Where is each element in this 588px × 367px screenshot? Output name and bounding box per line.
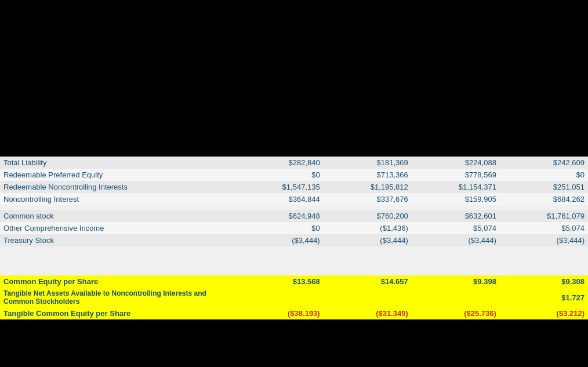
table-row: Redeemable Noncontrolling Interests $1,5… <box>0 181 588 193</box>
row-col4: $684,262 <box>500 193 588 205</box>
section-gap-row-large <box>0 246 588 275</box>
row-col1: $282,840 <box>235 157 324 169</box>
row-col4: $5,074 <box>500 222 588 234</box>
row-col3: $224,088 <box>412 157 500 169</box>
row-col3: ($3,444) <box>412 234 500 246</box>
row-col2: $713,366 <box>324 169 412 181</box>
row-col3: $159,905 <box>412 193 500 205</box>
table-row-tangible-common-equity: Tangible Common Equity per Share ($38.19… <box>0 307 588 319</box>
row-col2: $337,676 <box>324 193 412 205</box>
row-col2: ($1,436) <box>324 222 412 234</box>
row-col1: $364,844 <box>235 193 324 205</box>
row-col2: $760,200 <box>324 210 412 222</box>
row-col1: $0 <box>235 222 324 234</box>
row-col4: $242,609 <box>500 157 588 169</box>
table-row: Treasury Stock ($3,444) ($3,444) ($3,444… <box>0 234 588 246</box>
row-col3: $778,569 <box>412 169 500 181</box>
row-col1: $624,948 <box>235 210 324 222</box>
table-row-highlighted: Tangible Net Assets Available to Noncont… <box>0 288 588 307</box>
row-col1: $0 <box>235 169 324 181</box>
row-col1: $1,547,135 <box>235 181 324 193</box>
row-col3: $1,154,371 <box>412 181 500 193</box>
row-label: Tangible Net Assets Available to Noncont… <box>0 288 235 307</box>
row-label: Redeemable Preferred Equity <box>0 169 235 181</box>
section-gap-row <box>0 205 588 210</box>
row-col3 <box>412 288 500 307</box>
table-row-highlighted: Common Equity per Share $13.568 $14.657 … <box>0 275 588 288</box>
row-col2: $181,369 <box>324 157 412 169</box>
table-row: Other Comprehensive Income $0 ($1,436) $… <box>0 222 588 234</box>
table-row: Common stock $624,948 $760,200 $632,601 … <box>0 210 588 222</box>
table-row: Noncontrolling Interest $364,844 $337,67… <box>0 193 588 205</box>
row-label: Other Comprehensive Income <box>0 222 235 234</box>
row-label: Common Equity per Share <box>0 275 235 288</box>
row-col4: $9.308 <box>500 275 588 288</box>
row-col1: ($3,444) <box>235 234 324 246</box>
row-col4: $1.727 <box>500 288 588 307</box>
row-col3: $9.398 <box>412 275 500 288</box>
row-col4: $251,051 <box>500 181 588 193</box>
row-col2: ($31.349) <box>324 307 412 319</box>
row-col2 <box>324 288 412 307</box>
row-col4: $1,761,079 <box>500 210 588 222</box>
table-row: Redeemable Preferred Equity $0 $713,366 … <box>0 169 588 181</box>
row-col3: $632,601 <box>412 210 500 222</box>
row-col4: $0 <box>500 169 588 181</box>
top-black-area <box>0 0 588 157</box>
row-col3: $5,074 <box>412 222 500 234</box>
row-label: Treasury Stock <box>0 234 235 246</box>
row-col4: ($3,444) <box>500 234 588 246</box>
row-label: Common stock <box>0 210 235 222</box>
row-label: Redeemable Noncontrolling Interests <box>0 181 235 193</box>
row-label: Noncontrolling Interest <box>0 193 235 205</box>
row-col1: $13.568 <box>235 275 324 288</box>
financial-table-section: Total Liability $282,840 $181,369 $224,0… <box>0 157 588 319</box>
row-col2: $1,195,812 <box>324 181 412 193</box>
row-label: Tangible Common Equity per Share <box>0 307 235 319</box>
row-col2: ($3,444) <box>324 234 412 246</box>
row-col1 <box>235 288 324 307</box>
row-col4: ($3.212) <box>500 307 588 319</box>
row-label: Total Liability <box>0 157 235 169</box>
financial-table: Total Liability $282,840 $181,369 $224,0… <box>0 157 588 319</box>
table-row: Total Liability $282,840 $181,369 $224,0… <box>0 157 588 169</box>
row-col3: ($25.736) <box>412 307 500 319</box>
row-col2: $14.657 <box>324 275 412 288</box>
row-col1: ($38.193) <box>235 307 324 319</box>
